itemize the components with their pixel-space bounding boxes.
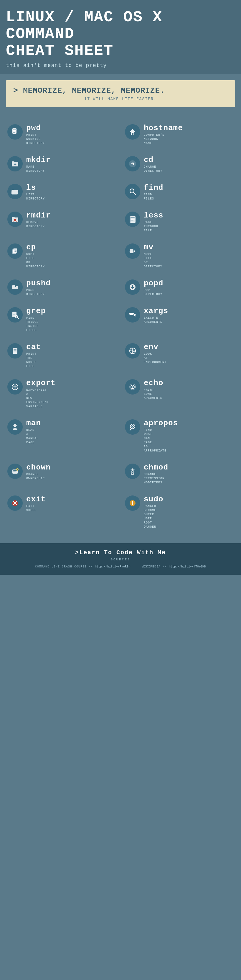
svg-rect-22 bbox=[13, 312, 16, 317]
callout-sub: IT WILL MAKE LIFE EASIER. bbox=[13, 97, 228, 101]
xargs-icon bbox=[125, 307, 140, 323]
folder-open-icon bbox=[7, 184, 23, 199]
cmd-desc-cd: CHANGE DIRECTORY bbox=[144, 165, 234, 173]
cmd-name-less: less bbox=[144, 212, 234, 219]
footer-link-item: WIKIPEDIA // http://bit.ly/fT0w1MD bbox=[142, 564, 206, 569]
chmod-icon bbox=[125, 464, 140, 479]
svg-rect-32 bbox=[14, 352, 16, 352]
cmd-desc-man: READ A MANUAL PAGE bbox=[26, 428, 116, 445]
callout-box: > MEMORIZE, MEMORIZE, MEMORIZE. IT WILL … bbox=[6, 80, 235, 107]
folder-remove-icon bbox=[7, 212, 23, 227]
cmd-name-rmdir: rmdir bbox=[26, 212, 116, 219]
svg-rect-1 bbox=[13, 130, 16, 130]
svg-rect-16 bbox=[130, 216, 130, 223]
search-icon bbox=[125, 184, 140, 199]
cmd-desc-apropos: FIND WHAT MAN PAGE IS APPROPRIATE bbox=[144, 428, 234, 453]
cmd-name-man: man bbox=[26, 419, 116, 427]
cmd-name-sudo: sudo bbox=[144, 495, 234, 503]
command-item-mkdir: mkdirMAKE DIRECTORY bbox=[3, 151, 121, 178]
cmd-name-cd: cd bbox=[144, 156, 234, 164]
copy-icon bbox=[7, 243, 23, 259]
page-title: LINUX / MAC OS X COMMAND CHEAT SHEET bbox=[6, 9, 235, 60]
popd-icon bbox=[125, 280, 140, 295]
move-icon bbox=[125, 243, 140, 259]
cmd-desc-cp: COPY FILE OR DIRECTORY bbox=[26, 252, 116, 269]
cmd-desc-exit: EXIT SHELL bbox=[26, 504, 116, 512]
cmd-desc-pwd: PRINT WORKING DIRECTORY bbox=[26, 133, 116, 145]
svg-rect-2 bbox=[13, 131, 16, 131]
footer-link-url[interactable]: http://bit.ly/fT0w1MD bbox=[169, 565, 206, 568]
footer-link-url[interactable]: http://bit.ly/RkoRBn bbox=[95, 565, 130, 568]
command-item-echo: echoPRINT SOME ARGUMENTS bbox=[121, 374, 238, 414]
apropos-icon bbox=[125, 419, 140, 435]
command-item-pushd: pushdPUSH DIRECTORY bbox=[3, 274, 121, 302]
command-item-apropos: aproposFIND WHAT MAN PAGE IS APPROPRIATE bbox=[121, 414, 238, 458]
svg-point-44 bbox=[16, 425, 17, 426]
cmd-desc-popd: POP DIRECTORY bbox=[144, 288, 234, 297]
cmd-name-cat: cat bbox=[26, 343, 116, 351]
svg-rect-15 bbox=[130, 220, 133, 220]
cmd-desc-export: EXPORT/SET A NEW ENVIRONMENT VARIABLE bbox=[26, 388, 116, 409]
svg-rect-23 bbox=[13, 313, 16, 313]
chown-icon bbox=[7, 464, 23, 479]
command-item-cd: cdCHANGE DIRECTORY bbox=[121, 151, 238, 178]
command-item-mv: mvMOVE FILE OR DIRECTORY bbox=[121, 238, 238, 274]
svg-rect-31 bbox=[14, 351, 16, 352]
footer: >Learn To Code With Me SOURCES COMMAND L… bbox=[0, 543, 241, 575]
cmd-name-hostname: hostname bbox=[144, 124, 234, 132]
svg-line-9 bbox=[133, 192, 136, 194]
pushd-icon bbox=[7, 280, 23, 295]
svg-point-55 bbox=[132, 473, 133, 474]
cmd-desc-rmdir: REMOVE DIRECTORY bbox=[26, 220, 116, 229]
command-item-ls: lsLIST DIRECTORY bbox=[3, 178, 121, 206]
cmd-desc-ls: LIST DIRECTORY bbox=[26, 193, 116, 201]
command-item-popd: popdPOP DIRECTORY bbox=[121, 274, 238, 302]
command-item-chown: chownCHANGE OWNERSHIP bbox=[3, 458, 121, 490]
cmd-desc-chown: CHANGE OWNERSHIP bbox=[26, 473, 116, 481]
cmd-name-mkdir: mkdir bbox=[26, 156, 116, 164]
book-icon bbox=[125, 212, 140, 227]
env-icon bbox=[125, 343, 140, 358]
cat-icon bbox=[7, 343, 23, 358]
footer-sources-label: SOURCES bbox=[6, 558, 235, 561]
command-item-cat: catPRINT THE WHOLE FILE bbox=[3, 338, 121, 374]
exit-icon bbox=[7, 495, 23, 511]
cmd-desc-pushd: PUSH DIRECTORY bbox=[26, 288, 116, 297]
header: LINUX / MAC OS X COMMAND CHEAT SHEET thi… bbox=[0, 0, 241, 74]
cmd-desc-mkdir: MAKE DIRECTORY bbox=[26, 165, 116, 173]
svg-rect-50 bbox=[13, 472, 16, 472]
cmd-name-grep: grep bbox=[26, 307, 116, 315]
cmd-name-ls: ls bbox=[26, 184, 116, 191]
cmd-desc-sudo: DANGER! BECOME SUPER USER ROOT DANGER! bbox=[144, 504, 234, 529]
command-item-hostname: hostnameCOMPUTER'S NETWORK NAME bbox=[121, 119, 238, 151]
cmd-desc-hostname: COMPUTER'S NETWORK NAME bbox=[144, 133, 234, 145]
title-line3: CHEAT SHEET bbox=[6, 42, 113, 60]
svg-rect-24 bbox=[13, 314, 16, 314]
commands-grid: pwdPRINT WORKING DIRECTORY hostnameCOMPU… bbox=[3, 119, 238, 535]
cmd-desc-mv: MOVE FILE OR DIRECTORY bbox=[144, 252, 234, 269]
echo-icon bbox=[125, 379, 140, 395]
folder-add-icon bbox=[7, 156, 23, 172]
cmd-name-xargs: xargs bbox=[144, 307, 234, 315]
command-item-find: findFIND FILES bbox=[121, 178, 238, 206]
command-item-env: envLOOK AT ENVIRONMENT bbox=[121, 338, 238, 374]
commands-section: pwdPRINT WORKING DIRECTORY hostnameCOMPU… bbox=[0, 113, 241, 540]
footer-brand: >Learn To Code With Me bbox=[6, 549, 235, 556]
cmd-desc-grep: FIND THINGS INSIDE FILES bbox=[26, 316, 116, 332]
cmd-name-chown: chown bbox=[26, 464, 116, 471]
footer-link-item: COMMAND LINE CRASH COURSE // http://bit.… bbox=[35, 564, 130, 569]
command-item-xargs: xargsEXECUTE ARGUMENTS bbox=[121, 302, 238, 338]
man-icon bbox=[7, 419, 23, 435]
cmd-desc-echo: PRINT SOME ARGUMENTS bbox=[144, 388, 234, 401]
svg-rect-14 bbox=[130, 219, 135, 219]
cmd-name-mv: mv bbox=[144, 243, 234, 251]
doc-icon bbox=[7, 124, 23, 140]
svg-rect-30 bbox=[14, 350, 16, 350]
command-item-less: lessPAGE THROUGH FILE bbox=[121, 206, 238, 238]
cmd-desc-less: PAGE THROUGH FILE bbox=[144, 220, 234, 233]
svg-rect-29 bbox=[14, 349, 16, 350]
svg-point-46 bbox=[132, 426, 133, 427]
footer-link-label: WIKIPEDIA // bbox=[142, 565, 169, 568]
cmd-name-cp: cp bbox=[26, 243, 116, 251]
home-icon bbox=[125, 124, 140, 140]
